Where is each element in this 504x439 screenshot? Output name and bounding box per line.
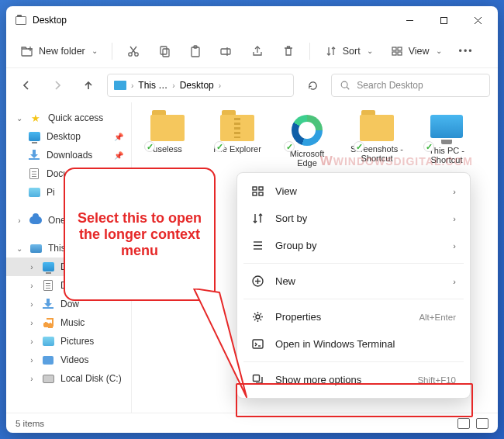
copy-icon [157,44,171,58]
new-folder-icon [20,44,34,58]
sort-button[interactable]: Sort ⌄ [318,41,379,61]
navigation-bar: › This … › Desktop › Search Desktop [6,68,498,102]
context-item-show-more[interactable]: Show more optionsShift+F10 [242,366,465,393]
context-item-sort-by[interactable]: Sort by› [242,205,465,232]
rename-icon [219,44,233,58]
video-icon [43,356,54,365]
folder-icon [360,115,394,141]
chevron-down-icon: ⌄ [367,47,373,55]
pictures-icon [43,337,54,346]
folder-icon [150,115,185,141]
svg-rect-23 [253,187,257,190]
breadcrumb[interactable]: This … [138,80,167,91]
svg-rect-11 [161,47,167,54]
context-item-view[interactable]: View› [242,178,465,205]
new-folder-button[interactable]: New folder ⌄ [14,41,104,61]
folder-icon [220,115,254,141]
download-icon [43,299,54,309]
file-item-file-explorer[interactable]: ✓File Explorer [209,115,265,168]
cut-icon [126,44,140,58]
chevron-right-icon: › [219,81,221,90]
sort-label: Sort [343,46,361,57]
sidebar-item-downloads[interactable]: Downloads📌 [6,146,131,164]
breadcrumb[interactable]: Desktop [180,80,214,91]
rename-button[interactable] [213,41,240,61]
context-item-terminal[interactable]: Open in Windows Terminal [242,330,465,358]
svg-rect-25 [253,192,257,195]
chevron-right-icon: › [16,216,23,225]
details-view-button[interactable] [457,418,470,429]
item-count: 5 items [16,419,44,428]
pin-icon: 📌 [114,133,123,141]
sidebar-item-videos[interactable]: ›Videos [6,351,131,369]
chevron-right-icon: › [28,263,36,271]
document-icon [29,168,39,179]
context-item-group-by[interactable]: Group by› [242,232,465,259]
chevron-right-icon: › [28,356,36,365]
svg-rect-12 [163,49,169,57]
group-icon [251,239,264,252]
address-bar[interactable]: › This … › Desktop › [107,74,294,97]
sync-icon: ✓ [284,141,295,152]
separator [243,263,464,264]
plus-icon [251,275,264,288]
search-input[interactable]: Search Desktop [331,74,490,97]
view-icon [251,185,264,198]
chevron-right-icon: › [172,81,174,90]
forward-button[interactable] [45,73,70,98]
close-button[interactable] [461,8,495,33]
chevron-right-icon: › [28,300,36,309]
chevron-down-icon: ⌄ [436,47,442,55]
sync-icon: ✓ [423,141,434,152]
svg-rect-1 [440,17,447,23]
delete-button[interactable] [275,41,302,61]
cloud-icon [29,216,42,224]
svg-rect-26 [259,192,263,195]
sidebar-item-quick-access[interactable]: ⌄★Quick access [6,109,131,127]
titlebar: Desktop [6,6,498,34]
chevron-right-icon: › [28,337,36,346]
sync-icon: ✓ [354,141,364,152]
context-item-new[interactable]: New› [242,268,465,295]
refresh-button[interactable] [300,73,325,98]
new-folder-label: New folder [39,46,85,57]
trash-icon [281,44,295,58]
pc-icon [30,244,42,253]
toolbar: New folder ⌄ Sort ⌄ View ⌄ ••• [6,34,498,68]
shortcut-hint: Shift+F10 [417,375,456,385]
sidebar-item-local-disk[interactable]: ›Local Disk (C:) [6,369,131,388]
svg-rect-20 [398,52,402,55]
paste-button[interactable] [182,41,209,61]
chevron-down-icon: ⌄ [91,47,98,55]
cut-button[interactable] [120,41,147,61]
svg-rect-18 [398,47,402,50]
context-menu: View› Sort by› Group by› New› Properties… [236,172,471,399]
folder-icon [16,16,26,25]
sync-icon: ✓ [144,141,155,152]
monitor-icon [29,132,40,141]
maximize-button[interactable] [426,8,461,33]
sidebar-item-pictures-pc[interactable]: ›Pictures [6,332,131,351]
share-icon [250,44,264,58]
more-button[interactable]: ••• [453,43,480,60]
share-button[interactable] [244,41,271,61]
sidebar-item-music[interactable]: ›Music [6,313,131,332]
star-icon: ★ [29,112,42,124]
sidebar-item-desktop[interactable]: Desktop📌 [6,127,131,146]
back-button[interactable] [14,73,39,98]
file-item-useless[interactable]: ✓useless [140,115,195,168]
copy-button[interactable] [151,41,178,61]
context-item-properties[interactable]: PropertiesAlt+Enter [242,303,465,330]
up-button[interactable] [76,73,101,98]
minimize-button[interactable] [392,8,426,33]
pictures-icon [29,188,40,197]
svg-point-21 [341,81,347,88]
chevron-right-icon: › [453,277,456,286]
view-button[interactable]: View ⌄ [384,41,448,61]
chevron-right-icon: › [453,214,456,223]
view-icon [390,44,404,58]
download-icon [29,150,40,160]
monitor-icon [430,115,463,138]
music-icon [43,317,54,328]
large-icons-view-button[interactable] [476,418,488,429]
